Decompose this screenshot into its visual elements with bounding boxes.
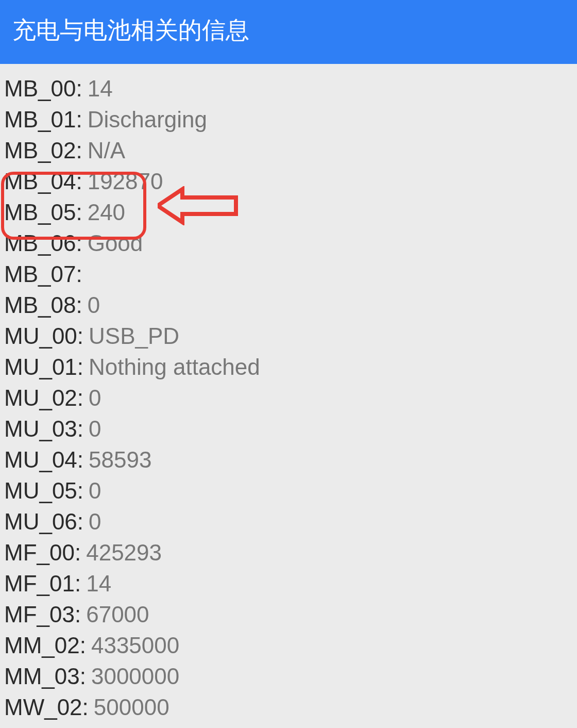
- info-separator: :: [80, 661, 86, 692]
- info-separator: :: [77, 413, 83, 444]
- info-value: 425293: [86, 537, 162, 568]
- info-value: 0: [89, 383, 101, 413]
- info-row: MU_05:0: [4, 475, 573, 506]
- info-separator: :: [77, 444, 83, 475]
- info-key: MU_03: [4, 413, 77, 444]
- page-header: 充电与电池相关的信息: [0, 0, 577, 64]
- info-key: MM_03: [4, 661, 80, 692]
- info-separator: :: [76, 228, 82, 259]
- info-row: MB_07:: [4, 259, 573, 290]
- info-value: 500000: [94, 692, 169, 723]
- info-row: MM_03:3000000: [4, 661, 573, 692]
- info-key: MU_05: [4, 475, 77, 506]
- info-key: MB_06: [4, 228, 76, 259]
- info-separator: :: [77, 352, 83, 383]
- info-separator: :: [77, 321, 83, 352]
- info-key: MB_01: [4, 104, 76, 135]
- info-value: USB_PD: [89, 321, 179, 352]
- info-key: MU_04: [4, 444, 77, 475]
- info-row: MU_01:Nothing attached: [4, 352, 573, 383]
- page-title: 充电与电池相关的信息: [12, 16, 249, 43]
- info-row: MU_04:58593: [4, 444, 573, 475]
- info-value: 4335000: [91, 630, 179, 661]
- info-row: MW_02:500000: [4, 692, 573, 723]
- info-list: MB_00:14MB_01:DischargingMB_02:N/AMB_04:…: [0, 64, 577, 723]
- info-key: MB_00: [4, 73, 76, 104]
- info-value: 0: [89, 506, 101, 537]
- info-value: Discharging: [88, 104, 207, 135]
- info-value: N/A: [88, 135, 125, 166]
- info-row: MB_01:Discharging: [4, 104, 573, 135]
- info-value: 0: [89, 475, 101, 506]
- info-row: MB_02:N/A: [4, 135, 573, 166]
- info-row: MF_03:67000: [4, 599, 573, 630]
- info-separator: :: [75, 537, 81, 568]
- info-row: MF_01:14: [4, 568, 573, 599]
- info-key: MB_02: [4, 135, 76, 166]
- info-row: MM_02:4335000: [4, 630, 573, 661]
- info-row: MU_03:0: [4, 413, 573, 444]
- info-value: Nothing attached: [89, 352, 260, 383]
- info-separator: :: [76, 135, 82, 166]
- info-key: MU_01: [4, 352, 77, 383]
- info-value: 58593: [89, 444, 151, 475]
- info-separator: :: [80, 630, 86, 661]
- info-key: MB_05: [4, 197, 76, 228]
- info-value: 14: [86, 568, 111, 599]
- info-separator: :: [76, 166, 82, 197]
- info-key: MF_00: [4, 537, 75, 568]
- info-value: 14: [88, 73, 113, 104]
- info-value: 192870: [88, 166, 163, 197]
- info-separator: :: [76, 73, 82, 104]
- info-value: 67000: [86, 599, 149, 630]
- info-value: 240: [88, 197, 125, 228]
- info-value: 0: [89, 413, 101, 444]
- info-separator: :: [76, 197, 82, 228]
- info-row: MB_00:14: [4, 73, 573, 104]
- info-key: MU_06: [4, 506, 77, 537]
- info-row: MU_02:0: [4, 383, 573, 413]
- info-key: MM_02: [4, 630, 80, 661]
- info-key: MB_08: [4, 290, 76, 321]
- info-key: MB_04: [4, 166, 76, 197]
- info-separator: :: [76, 259, 82, 290]
- info-row: MB_04:192870: [4, 166, 573, 197]
- info-value: 0: [88, 290, 100, 321]
- info-separator: :: [75, 568, 81, 599]
- info-separator: :: [77, 506, 83, 537]
- info-separator: :: [77, 383, 83, 413]
- info-row: MB_08:0: [4, 290, 573, 321]
- info-row: MF_00:425293: [4, 537, 573, 568]
- info-row: MU_00:USB_PD: [4, 321, 573, 352]
- info-key: MU_00: [4, 321, 77, 352]
- info-key: MF_03: [4, 599, 75, 630]
- info-key: MF_01: [4, 568, 75, 599]
- info-separator: :: [77, 475, 83, 506]
- info-key: MU_02: [4, 383, 77, 413]
- info-row: MU_06:0: [4, 506, 573, 537]
- info-separator: :: [76, 290, 82, 321]
- info-row: MB_05:240: [4, 197, 573, 228]
- info-value: 3000000: [91, 661, 179, 692]
- info-separator: :: [82, 692, 89, 723]
- info-key: MW_02: [4, 692, 82, 723]
- info-separator: :: [76, 104, 82, 135]
- info-value: Good: [88, 228, 143, 259]
- info-row: MB_06:Good: [4, 228, 573, 259]
- info-key: MB_07: [4, 259, 76, 290]
- info-separator: :: [75, 599, 81, 630]
